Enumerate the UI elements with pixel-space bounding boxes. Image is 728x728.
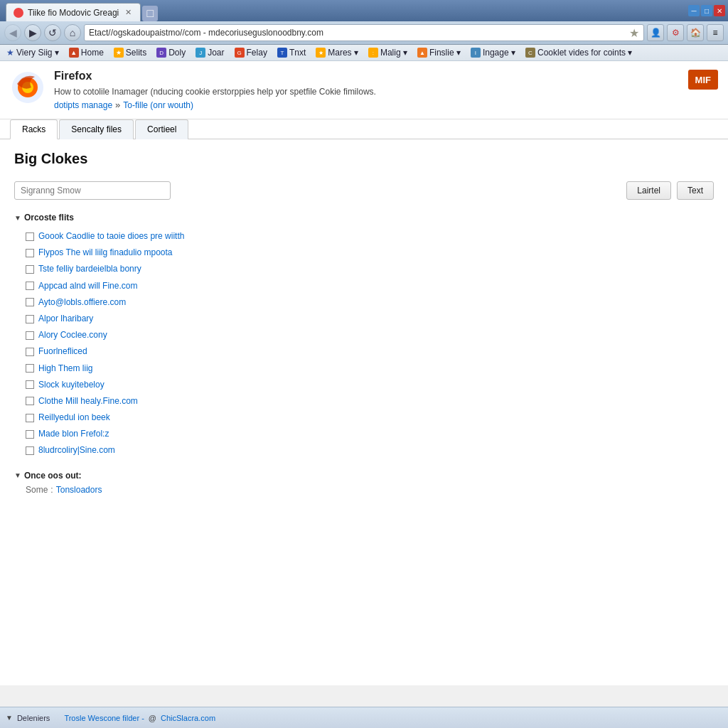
bookmark-joar-label: Joar	[208, 48, 224, 58]
checkbox-icon[interactable]	[26, 430, 34, 439]
list-item[interactable]: Goook Caodlie to taoie dioes pre wiitth	[14, 228, 714, 245]
once-separator: :	[50, 485, 53, 495]
bookmark-home[interactable]: ▲ Home	[67, 47, 106, 58]
forward-button[interactable]: ▶	[24, 24, 41, 41]
tab-cortieel[interactable]: Cortieel	[135, 119, 188, 139]
list-item[interactable]: Alory Coclee.cony	[14, 327, 714, 343]
home2-icon-btn[interactable]: 🏠	[687, 24, 704, 41]
maximize-button[interactable]: □	[701, 5, 712, 16]
status-deleniers-label: Deleniers	[17, 714, 50, 722]
bookmark-doly[interactable]: D Doly	[154, 47, 188, 58]
checkbox-icon[interactable]	[26, 348, 34, 356]
bookmark-selits-label: Selits	[126, 48, 146, 58]
bookmark-star-icon[interactable]: ★	[629, 26, 639, 40]
list-item[interactable]: Reillyedul ion beek	[14, 410, 714, 426]
bookmark-malig-label: Malig ▾	[380, 48, 407, 58]
new-tab-button[interactable]: □	[142, 6, 158, 21]
status-chicslacra-link[interactable]: ChicSlacra.com	[161, 714, 215, 722]
status-trosle-link[interactable]: Trosle Wescone filder -	[64, 714, 144, 722]
bookmark-home-label: Home	[81, 48, 104, 58]
address-bar-input[interactable]	[89, 28, 629, 38]
bookmark-ingage[interactable]: I Ingage ▾	[469, 47, 518, 58]
tab-close-btn[interactable]: ✕	[123, 8, 133, 18]
browser-tab-active[interactable]: Tiike fio Modovic Greagi ✕	[6, 3, 141, 21]
list-item[interactable]: Fuorlnefliced	[14, 343, 714, 360]
profile-icon-btn[interactable]: 👤	[647, 24, 664, 41]
once-section: ▼ Once oos out: Some : Tonsloadors	[14, 469, 714, 495]
bookmark-joar[interactable]: J Joar	[193, 47, 226, 58]
home-button[interactable]: ⌂	[64, 24, 81, 41]
bookmark-felay[interactable]: G Felay	[232, 47, 269, 58]
lairtel-button[interactable]: Lairtel	[626, 181, 671, 200]
bookmark-cooklet[interactable]: C Cooklet vides for coints ▾	[523, 47, 634, 58]
notification-tofille-link[interactable]: To-fille (onr wouth)	[123, 100, 193, 110]
bookmark-finslie-icon: ▲	[417, 48, 427, 58]
hamburger-menu-icon: ≡	[712, 28, 717, 38]
address-bar-container[interactable]: ★	[84, 24, 644, 41]
page-title: Big Clokes	[14, 151, 714, 167]
list-item[interactable]: Clothe Mill healy.Fine.com	[14, 393, 714, 410]
search-row: Lairtel Text	[14, 181, 714, 200]
notification-mif-button[interactable]: MIF	[688, 70, 718, 90]
list-item[interactable]: Appcad alnd will Fine.com	[14, 278, 714, 294]
search-input[interactable]	[14, 181, 171, 200]
bookmark-home-icon: ▲	[69, 48, 79, 58]
security-icon-btn[interactable]: ⚙	[667, 24, 684, 41]
notification-bar: Firefox How to cotolile Inamager (nducin…	[0, 61, 728, 119]
bookmark-tnxt-icon: T	[277, 48, 287, 58]
list-item[interactable]: Made blon Frefol:z	[14, 426, 714, 442]
title-bar: Tiike fio Modovic Greagi ✕ □ ─ □ ✕	[0, 0, 728, 21]
list-item[interactable]: High Them liig	[14, 360, 714, 377]
bookmark-malig[interactable]: : Malig ▾	[366, 47, 410, 58]
checkbox-icon[interactable]	[26, 331, 34, 340]
bookmark-viery-siig[interactable]: ★ Viery Siig ▾	[4, 47, 61, 58]
orcoste-item-list: Goook Caodlie to taoie dioes pre wiitth …	[14, 228, 714, 459]
notification-manage-link[interactable]: dotipts manage	[54, 100, 112, 110]
bookmark-tnxt[interactable]: T Tnxt	[275, 47, 308, 58]
reload-button[interactable]: ↺	[44, 24, 61, 41]
orcoste-section-header[interactable]: ▼ Orcoste flits	[14, 211, 714, 224]
back-button[interactable]: ◀	[4, 24, 21, 41]
bookmark-finslie[interactable]: ▲ Finslie ▾	[415, 47, 463, 58]
status-bar: ▼ Deleniers Trosle Wescone filder - @ Ch…	[0, 707, 728, 728]
checkbox-icon[interactable]	[26, 446, 34, 455]
bookmarks-bar: ★ Viery Siig ▾ ▲ Home ★ Selits D Doly J …	[0, 45, 728, 61]
checkbox-icon[interactable]	[26, 364, 34, 373]
minimize-button[interactable]: ─	[688, 5, 700, 16]
text-button[interactable]: Text	[677, 181, 714, 200]
list-item[interactable]: Ayto@lobls.offiere.com	[14, 294, 714, 311]
list-item[interactable]: Slock kuyitebeloy	[14, 377, 714, 393]
checkbox-icon[interactable]	[26, 282, 34, 290]
once-link[interactable]: Tonsloadors	[56, 485, 102, 495]
once-content: Some : Tonsloadors	[14, 485, 714, 495]
checkbox-icon[interactable]	[26, 232, 34, 241]
page-tabs: Racks Sencalty files Cortieel	[0, 119, 728, 139]
checkbox-icon[interactable]	[26, 414, 34, 422]
content-area: Firefox How to cotolile Inamager (nducin…	[0, 61, 728, 685]
list-item[interactable]: Tste felliy bardeielbla bonry	[14, 261, 714, 277]
tab-bar: Tiike fio Modovic Greagi ✕ □	[3, 0, 158, 21]
bookmark-cooklet-icon: C	[525, 48, 535, 58]
status-arrow-icon: ▼	[6, 714, 13, 722]
hamburger-menu-button[interactable]: ≡	[707, 24, 724, 41]
nav-bar: ◀ ▶ ↺ ⌂ ★ 👤 ⚙ 🏠 ≡	[0, 21, 728, 45]
window-controls: ─ □ ✕	[688, 5, 725, 16]
list-item[interactable]: Alpor lharibary	[14, 311, 714, 327]
close-button[interactable]: ✕	[714, 5, 725, 16]
checkbox-icon[interactable]	[26, 315, 34, 323]
tab-favicon	[14, 8, 23, 18]
checkbox-icon[interactable]	[26, 298, 34, 306]
bookmark-felay-icon: G	[235, 48, 245, 58]
once-section-header[interactable]: ▼ Once oos out:	[14, 469, 714, 482]
checkbox-icon[interactable]	[26, 265, 34, 274]
bookmark-doly-icon: D	[156, 48, 166, 58]
tab-racks[interactable]: Racks	[10, 119, 58, 139]
checkbox-icon[interactable]	[26, 397, 34, 405]
bookmark-mares[interactable]: ★ Mares ▾	[314, 47, 360, 58]
checkbox-icon[interactable]	[26, 249, 34, 257]
checkbox-icon[interactable]	[26, 380, 34, 389]
tab-sencalty-files[interactable]: Sencalty files	[59, 119, 134, 139]
list-item[interactable]: Flypos The wil liilg finadulio mpoota	[14, 245, 714, 261]
bookmark-selits[interactable]: ★ Selits	[112, 47, 149, 58]
list-item[interactable]: 8ludrcoliry|Sine.com	[14, 442, 714, 459]
